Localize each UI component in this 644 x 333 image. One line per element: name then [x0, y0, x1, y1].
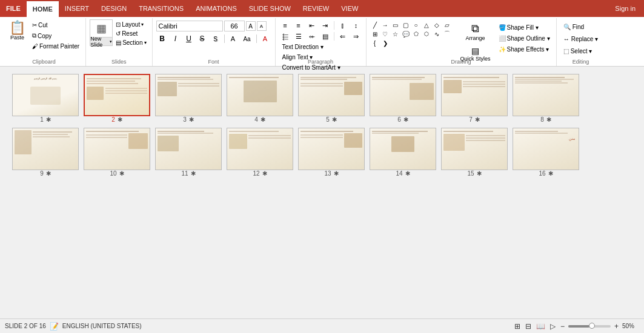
slide-thumb-12[interactable]: 12✱ [227, 128, 293, 177]
slide-thumb-6[interactable]: 6✱ [370, 74, 436, 123]
section-button[interactable]: ▤ Section ▾ [114, 39, 148, 47]
hexagon-shape[interactable]: ⬡ [422, 30, 431, 38]
font-color-button[interactable]: A [259, 33, 271, 44]
decrease-font-button[interactable]: A [257, 21, 267, 31]
curve-shape[interactable]: ∿ [432, 30, 442, 38]
tab-review[interactable]: REVIEW [297, 0, 335, 17]
font-size-input[interactable] [224, 21, 245, 31]
shape-effects-button[interactable]: ✨ Shape Effects ▾ [496, 45, 553, 54]
reset-icon: ↺ [116, 30, 121, 37]
slide-thumb-8[interactable]: 8✱ [513, 74, 579, 123]
paste-button[interactable]: 📋 Paste [6, 19, 28, 42]
star-shape[interactable]: ☆ [391, 30, 400, 38]
reset-button[interactable]: ↺ Reset [114, 30, 148, 38]
slide-thumb-3[interactable]: 3✱ [155, 74, 222, 123]
new-slide-button[interactable]: ▦ New Slide ▾ [90, 19, 113, 46]
slide-thumb-10[interactable]: 10✱ [84, 128, 150, 177]
font-name-input[interactable] [156, 21, 223, 31]
rtl-button[interactable]: ⇐ [337, 31, 349, 41]
decrease-indent-button[interactable]: ⇤ [306, 21, 318, 30]
shadow-button[interactable]: S [210, 33, 222, 44]
underline-button[interactable]: U [183, 33, 195, 44]
language-label: ENGLISH (UNITED STATES) [62, 323, 142, 329]
slide-thumb-16[interactable]: متن 16✱ [513, 128, 579, 177]
tab-file[interactable]: FILE [0, 0, 27, 17]
slide-thumb-14[interactable]: 14✱ [370, 128, 436, 177]
oval-shape[interactable]: ○ [411, 21, 421, 29]
heart-shape[interactable]: ♡ [380, 30, 390, 38]
char-spacing-button[interactable]: A [227, 33, 239, 44]
diamond-shape[interactable]: ◇ [432, 21, 442, 29]
slide-thumb-9[interactable]: 9✱ [12, 128, 79, 177]
tab-slideshow[interactable]: SLIDE SHOW [243, 0, 297, 17]
pentagon-shape[interactable]: ⬠ [411, 30, 421, 38]
bullets-button[interactable]: ≡ [279, 21, 291, 30]
slide-thumb-7[interactable]: 7✱ [441, 74, 508, 123]
slide-sorter-button[interactable]: ⊟ [524, 322, 533, 331]
rounded-rect-shape[interactable]: ▢ [401, 21, 411, 29]
arrow-shape[interactable]: → [380, 21, 390, 29]
format-painter-button[interactable]: 🖌 Format Painter [30, 42, 82, 51]
slide-panel: بسم الله الرحمن الرحيم 1 ✱ 2 ✱ [0, 67, 644, 318]
cut-button[interactable]: ✂ Cut [30, 21, 82, 30]
tab-view[interactable]: VIEW [335, 0, 364, 17]
zoom-out-button[interactable]: − [559, 322, 566, 331]
drawing-group: ╱ → ▭ ▢ ○ △ ◇ ▱ ⊞ ♡ ☆ 💬 ⬠ ⬡ ∿ ⌒ { ❯ [367, 18, 557, 66]
line-shape[interactable]: ╱ [370, 21, 380, 29]
select-button[interactable]: ⬚ Select ▾ [560, 46, 601, 56]
replace-button[interactable]: ↔ Replace ▾ [560, 34, 601, 44]
numbering-button[interactable]: ≡ [293, 21, 305, 30]
justify-button[interactable]: ▤ [319, 31, 331, 41]
zoom-percent[interactable]: 50% [622, 323, 639, 329]
tab-insert[interactable]: INSERT [59, 0, 95, 17]
increase-font-button[interactable]: A [246, 21, 256, 31]
more-shapes[interactable]: ⊞ [370, 30, 380, 38]
columns-button[interactable]: ⫿ [337, 21, 349, 30]
line-spacing-button[interactable]: ↕ [350, 21, 362, 30]
tab-design[interactable]: DESIGN [95, 0, 133, 17]
replace-icon: ↔ [563, 36, 569, 42]
italic-button[interactable]: I [170, 33, 182, 44]
strikethrough-button[interactable]: S [196, 33, 208, 44]
notes-icon[interactable]: 📝 [50, 322, 59, 331]
bracket-shape[interactable]: { [370, 39, 380, 47]
copy-button[interactable]: ⧉ Copy [30, 31, 82, 41]
align-left-button[interactable]: ⬱ [279, 31, 291, 41]
find-button[interactable]: 🔍 Find [560, 22, 601, 32]
slide-thumb-2[interactable]: 2 ✱ [84, 74, 150, 123]
reading-view-button[interactable]: 📖 [535, 322, 546, 331]
arrange-button[interactable]: ⧉ Arrange [457, 21, 494, 43]
align-right-button[interactable]: ⬰ [306, 31, 318, 41]
slide-thumb-1[interactable]: بسم الله الرحمن الرحيم 1 ✱ [12, 74, 79, 123]
normal-view-button[interactable]: ⊞ [513, 322, 522, 331]
bold-button[interactable]: B [156, 33, 168, 44]
editing-label: Editing [560, 59, 601, 65]
shape-fill-button[interactable]: 🪣 Shape Fill ▾ [496, 23, 553, 32]
slideshow-button[interactable]: ▷ [549, 322, 557, 331]
parallelogram-shape[interactable]: ▱ [442, 21, 452, 29]
layout-arrow-icon: ▾ [141, 22, 144, 27]
sign-in-button[interactable]: Sign in [606, 0, 644, 17]
shape-outline-button[interactable]: ⬜ Shape Outline ▾ [496, 34, 553, 43]
chevron-shape[interactable]: ❯ [380, 39, 390, 47]
ltr-button[interactable]: ⇒ [350, 31, 362, 41]
triangle-shape[interactable]: △ [422, 21, 431, 29]
callout-shape[interactable]: 💬 [401, 30, 411, 38]
arc-shape[interactable]: ⌒ [442, 30, 452, 38]
slide-thumb-4[interactable]: 4✱ [227, 74, 293, 123]
tab-home[interactable]: HOME [27, 1, 59, 17]
change-case-button[interactable]: Aa [241, 33, 254, 44]
layout-button[interactable]: ⊡ Layout ▾ [114, 21, 148, 28]
slide-thumb-13[interactable]: 13✱ [298, 128, 365, 177]
slide-thumb-15[interactable]: 15✱ [441, 128, 508, 177]
zoom-slider[interactable] [568, 325, 611, 328]
tab-transitions[interactable]: TRANSITIONS [133, 0, 190, 17]
rect-shape[interactable]: ▭ [391, 21, 400, 29]
zoom-in-button[interactable]: + [613, 322, 620, 331]
text-direction-button[interactable]: Text Direction ▾ [279, 42, 362, 51]
find-icon: 🔍 [563, 24, 571, 30]
tab-animations[interactable]: ANIMATIONS [190, 0, 243, 17]
align-center-button[interactable]: ☰ [293, 31, 305, 41]
slide-thumb-11[interactable]: 11✱ [155, 128, 222, 177]
increase-indent-button[interactable]: ⇥ [319, 21, 331, 30]
